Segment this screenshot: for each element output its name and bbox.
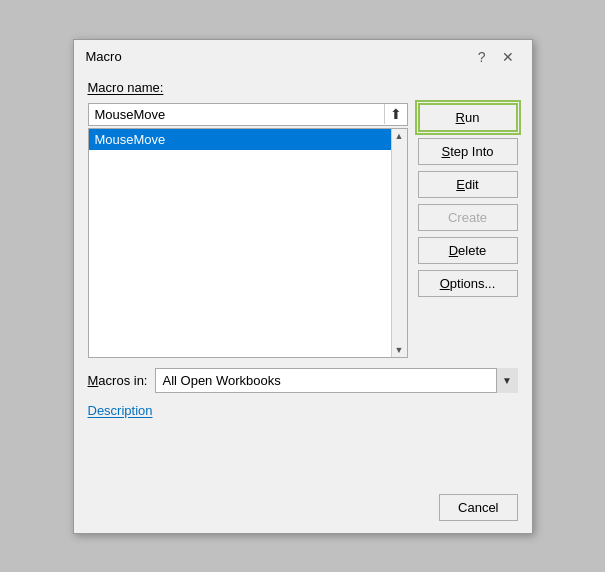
macro-list-wrapper: MouseMove ▲ ▼: [88, 128, 408, 358]
run-button[interactable]: Run: [418, 103, 518, 132]
macro-name-input[interactable]: [89, 104, 384, 125]
bottom-row: Cancel: [74, 488, 532, 533]
close-button[interactable]: ✕: [496, 48, 520, 66]
macros-in-label: Macros in:: [88, 373, 148, 388]
delete-button[interactable]: Delete: [418, 237, 518, 264]
description-label: Description: [88, 403, 518, 418]
create-button[interactable]: Create: [418, 204, 518, 231]
macros-in-row: Macros in: All Open Workbooks This Workb…: [88, 368, 518, 393]
dialog-title: Macro: [86, 49, 122, 64]
edit-button[interactable]: Edit: [418, 171, 518, 198]
macro-list: MouseMove: [89, 129, 407, 150]
step-into-button[interactable]: Step Into: [418, 138, 518, 165]
scroll-down-arrow[interactable]: ▼: [393, 343, 406, 357]
macro-input-row: ⬆: [88, 103, 408, 126]
macros-in-select[interactable]: All Open Workbooks This Workbook Persona…: [155, 368, 517, 393]
options-button[interactable]: Options...: [418, 270, 518, 297]
cancel-button[interactable]: Cancel: [439, 494, 517, 521]
help-button[interactable]: ?: [472, 48, 492, 66]
description-area: [88, 424, 518, 474]
macro-name-label: Macro name:: [88, 80, 518, 95]
macro-list-item[interactable]: MouseMove: [89, 129, 407, 150]
dialog-body: Macro name: ⬆ MouseMove ▲ ▼: [74, 70, 532, 488]
macro-upload-icon[interactable]: ⬆: [384, 104, 407, 124]
scroll-up-arrow[interactable]: ▲: [393, 129, 406, 143]
main-row: ⬆ MouseMove ▲ ▼ Run Step Into: [88, 103, 518, 358]
left-col: ⬆ MouseMove ▲ ▼: [88, 103, 408, 358]
macro-dialog: Macro ? ✕ Macro name: ⬆ MouseMove ▲ ▼: [73, 39, 533, 534]
title-bar-actions: ? ✕: [472, 48, 520, 66]
scrollbar[interactable]: ▲ ▼: [391, 129, 407, 357]
macros-in-select-wrapper: All Open Workbooks This Workbook Persona…: [155, 368, 517, 393]
title-bar: Macro ? ✕: [74, 40, 532, 70]
right-col: Run Step Into Edit Create Delete Options…: [418, 103, 518, 297]
